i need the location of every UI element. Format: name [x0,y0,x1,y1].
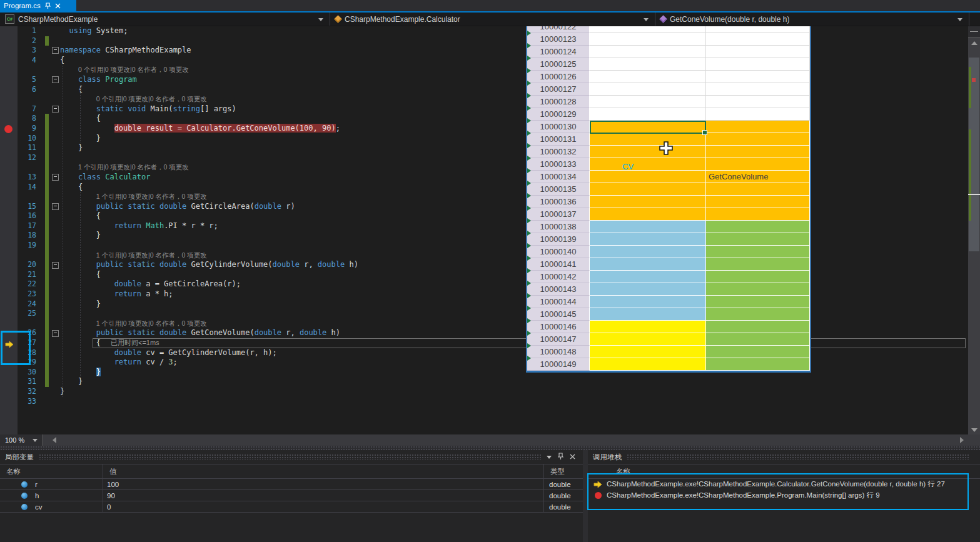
fold-margin[interactable] [50,289,60,299]
fold-margin[interactable] [50,202,60,212]
spreadsheet-cell[interactable] [590,196,706,208]
nav-type-dropdown[interactable]: CSharpMethodExample.Calculator [330,13,655,26]
spreadsheet-cell[interactable] [706,158,810,171]
collapse-icon[interactable] [52,330,59,337]
code-lines[interactable]: 1using System;23namespace CSharpMethodEx… [0,26,968,406]
scroll-left-arrow[interactable] [53,437,56,443]
row-header-cell[interactable]: 10000143 [527,283,590,296]
code-editor[interactable]: 1using System;23namespace CSharpMethodEx… [0,26,968,434]
code-line[interactable]: 29return cv / 3; [0,358,968,368]
variable-row[interactable]: cv0double [0,501,583,513]
code-line[interactable]: 9double result = Calculator.GetConeVolum… [0,124,968,134]
collapse-icon[interactable] [52,106,59,113]
spreadsheet-cell[interactable] [590,133,706,146]
callstack-title-bar[interactable]: 调用堆栈 [588,450,980,464]
spreadsheet-cell[interactable] [590,321,706,333]
code-line[interactable]: 5class Program [0,75,968,85]
code-line[interactable]: 25 [0,309,968,319]
fold-margin[interactable] [50,173,60,183]
fold-margin[interactable] [50,299,60,309]
fold-margin[interactable] [50,251,60,261]
code-text-area[interactable]: } [60,299,968,309]
nav-project-dropdown[interactable]: C# CSharpMethodExample [0,13,330,26]
code-text-area[interactable]: { [60,270,968,280]
code-text-area[interactable]: double a = GetCircleArea(r); [60,279,968,289]
code-text-area[interactable]: 1 个引用|0 项更改|0 名作者，0 项更改 [60,251,968,261]
fold-margin[interactable] [50,75,60,85]
fold-margin[interactable] [50,192,60,202]
panel-sash[interactable] [0,446,980,450]
variable-name-cell[interactable]: h [0,490,103,501]
row-header-cell[interactable]: 10000124 [527,46,590,58]
code-line[interactable]: 13class Calculator [0,173,968,183]
spreadsheet-cell[interactable] [706,121,810,133]
row-header-cell[interactable]: 10000146 [527,321,590,333]
fold-margin[interactable] [50,368,60,378]
row-header-cell[interactable]: 10000131 [527,133,590,146]
code-text-area[interactable]: 0 个引用|0 项更改|0 名作者，0 项更改 [60,65,968,75]
row-header-cell[interactable]: 10000135 [527,183,590,196]
spreadsheet-cell[interactable] [590,58,706,71]
spreadsheet-cell[interactable] [706,183,810,196]
collapse-icon[interactable] [52,203,59,210]
editor-horizontal-scrollbar[interactable]: 100 % [0,434,980,446]
row-header-cell[interactable]: 10000137 [527,208,590,221]
spreadsheet-cell[interactable] [590,283,706,296]
code-text-area[interactable]: { [60,85,968,95]
fold-margin[interactable] [50,348,60,358]
spreadsheet-cell[interactable] [590,171,706,183]
code-text-area[interactable]: static void Main(string[] args) [60,104,968,114]
fold-margin[interactable] [50,26,60,36]
code-text-area[interactable]: 1 个引用|0 项更改|0 名作者，0 项更改 [60,163,968,173]
fold-margin[interactable] [50,36,60,46]
code-line[interactable]: 14{ [0,183,968,193]
row-header-cell[interactable]: 10000136 [527,196,590,208]
code-text-area[interactable]: { [60,114,968,124]
variable-row[interactable]: h90double [0,490,583,501]
nav-member-dropdown[interactable]: GetConeVolume(double r, double h) [655,13,969,26]
window-position-icon[interactable] [547,456,552,459]
spreadsheet-cell[interactable] [706,33,810,46]
code-line[interactable]: 11} [0,143,968,153]
code-text-area[interactable]: return a * h; [60,289,968,299]
code-line[interactable]: 32} [0,387,968,397]
spreadsheet-cell[interactable] [706,271,810,283]
spreadsheet-cell[interactable] [706,71,810,83]
code-text-area[interactable]: class Program [60,75,968,85]
codelens-line[interactable]: 1 个引用|0 项更改|0 名作者，0 项更改 [0,319,968,329]
spreadsheet-cell[interactable] [590,233,706,246]
code-text-area[interactable]: } [60,134,968,144]
fold-margin[interactable] [50,387,60,397]
variable-name-cell[interactable]: cv [0,501,103,512]
spreadsheet-cell[interactable] [590,158,706,171]
row-header-cell[interactable]: 10000132 [527,146,590,158]
row-header-cell[interactable]: 10000147 [527,333,590,346]
code-line[interactable]: 20public static double GetCylinderVolume… [0,260,968,270]
code-line[interactable]: 2 [0,36,968,46]
row-header-cell[interactable]: 10000139 [527,233,590,246]
locals-title-bar[interactable]: 局部变量 [0,450,583,464]
code-line[interactable]: 21{ [0,270,968,280]
fold-margin[interactable] [50,241,60,251]
code-text-area[interactable]: } [60,231,968,241]
row-header-cell[interactable]: 10000140 [527,246,590,258]
fold-margin[interactable] [50,65,60,75]
code-line[interactable]: 3namespace CSharpMethodExample [0,46,968,56]
fold-margin[interactable] [50,279,60,289]
fold-margin[interactable] [50,377,60,387]
pin-icon[interactable] [45,3,51,9]
spreadsheet-cell[interactable] [706,58,810,71]
close-icon[interactable] [570,453,575,461]
spreadsheet-cell[interactable] [706,283,810,296]
row-header-cell[interactable]: 10000126 [527,71,590,83]
code-line[interactable]: 15public static double GetCircleArea(dou… [0,202,968,212]
spreadsheet-cell[interactable] [706,196,810,208]
spreadsheet-cell[interactable] [590,146,706,158]
code-line[interactable]: 17return Math.PI * r * r; [0,221,968,231]
fold-margin[interactable] [50,46,60,56]
spreadsheet-cell[interactable] [590,183,706,196]
spreadsheet-cell[interactable] [590,296,706,308]
row-header-cell[interactable]: 10000142 [527,271,590,283]
code-text-area[interactable]: public static double GetCylinderVolume(d… [60,260,968,270]
fold-margin[interactable] [50,211,60,221]
